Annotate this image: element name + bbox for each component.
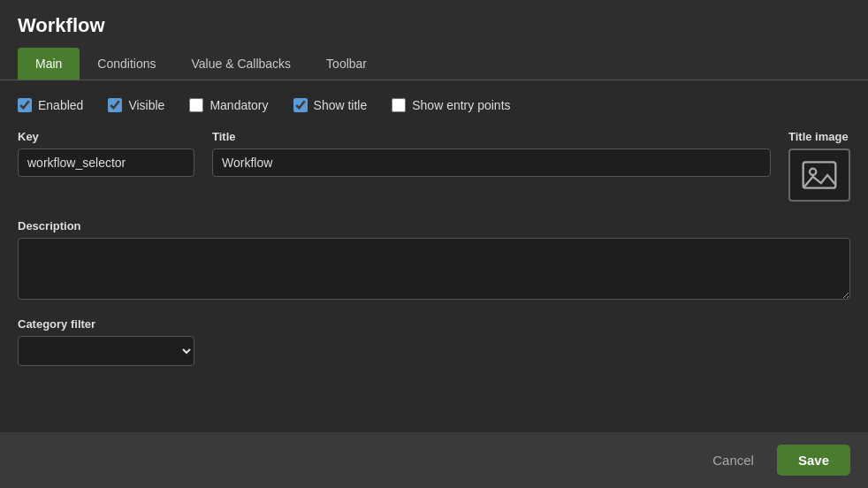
- key-input[interactable]: [18, 149, 194, 177]
- title-image-placeholder[interactable]: [788, 149, 850, 202]
- image-icon: [800, 156, 839, 194]
- description-textarea[interactable]: [18, 238, 850, 300]
- mandatory-checkbox[interactable]: [189, 98, 203, 112]
- save-button[interactable]: Save: [777, 445, 850, 476]
- tab-value-callbacks[interactable]: Value & Callbacks: [174, 48, 309, 80]
- title-field-group: Title: [212, 130, 771, 177]
- tab-bar: Main Conditions Value & Callbacks Toolba…: [0, 48, 868, 80]
- show-entry-points-checkbox[interactable]: [392, 98, 406, 112]
- fields-row: Key Title Title image: [18, 130, 850, 202]
- key-field-group: Key: [18, 130, 194, 177]
- title-image-group: Title image: [788, 130, 850, 202]
- show-title-label: Show title: [314, 98, 368, 112]
- category-filter-select[interactable]: [18, 336, 194, 366]
- main-content: Enabled Visible Mandatory Show title Sho…: [0, 80, 868, 432]
- svg-rect-0: [803, 162, 836, 187]
- checkbox-show-title[interactable]: Show title: [293, 98, 368, 112]
- description-group: Description: [18, 219, 850, 300]
- tab-toolbar[interactable]: Toolbar: [308, 48, 385, 80]
- tab-conditions[interactable]: Conditions: [80, 48, 173, 80]
- tab-main[interactable]: Main: [18, 48, 80, 80]
- show-title-checkbox[interactable]: [293, 98, 308, 112]
- enabled-checkbox[interactable]: [18, 98, 32, 112]
- checkbox-mandatory[interactable]: Mandatory: [189, 98, 268, 112]
- checkbox-visible[interactable]: Visible: [108, 98, 164, 112]
- category-filter-label: Category filter: [18, 317, 850, 331]
- title-image-label: Title image: [788, 130, 849, 143]
- key-label: Key: [18, 130, 194, 143]
- description-label: Description: [18, 219, 850, 233]
- visible-checkbox[interactable]: [108, 98, 122, 112]
- footer: Cancel Save: [0, 432, 868, 488]
- svg-point-1: [810, 169, 816, 175]
- checkbox-enabled[interactable]: Enabled: [18, 98, 83, 112]
- mandatory-label: Mandatory: [209, 98, 268, 112]
- checkbox-show-entry-points[interactable]: Show entry points: [392, 98, 510, 112]
- cancel-button[interactable]: Cancel: [700, 446, 766, 475]
- enabled-label: Enabled: [38, 98, 83, 112]
- title-label: Title: [212, 130, 771, 143]
- checkbox-row: Enabled Visible Mandatory Show title Sho…: [18, 98, 850, 112]
- app-title: Workflow: [18, 14, 850, 37]
- category-filter-group: Category filter: [18, 317, 850, 366]
- show-entry-points-label: Show entry points: [412, 98, 510, 112]
- title-input[interactable]: [212, 149, 771, 177]
- visible-label: Visible: [128, 98, 164, 112]
- title-bar: Workflow: [0, 0, 868, 48]
